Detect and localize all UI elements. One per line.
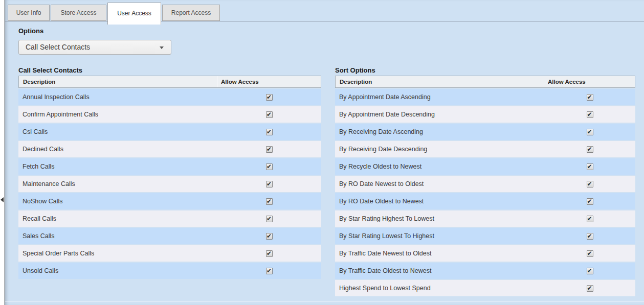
row-description: By Star Rating Highest To Lowest bbox=[335, 215, 544, 222]
table-row: Declined Calls bbox=[18, 141, 321, 157]
right-table-title: Sort Options bbox=[335, 66, 375, 74]
allow-access-checkbox[interactable] bbox=[587, 163, 593, 170]
table-row: By Recycle Oldest to Newest bbox=[335, 158, 635, 175]
column-header-description: Description bbox=[19, 79, 217, 85]
row-description: By Star Rating Lowest To Highest bbox=[335, 232, 544, 240]
allow-access-checkbox[interactable] bbox=[587, 268, 593, 274]
row-description: Highest Spend to Lowest Spend bbox=[335, 285, 544, 292]
options-dropdown[interactable]: Call Select Contacts bbox=[18, 40, 171, 55]
row-description: Special Order Parts Calls bbox=[18, 250, 217, 257]
table-row: Recall Calls bbox=[18, 210, 321, 227]
allow-access-checkbox[interactable] bbox=[266, 146, 273, 153]
row-description: By Traffic Date Newest to Oldest bbox=[335, 250, 544, 257]
tab-report-access[interactable]: Report Access bbox=[162, 5, 220, 21]
row-description: Csi Calls bbox=[18, 128, 217, 135]
tab-strip-divider bbox=[5, 21, 644, 21]
allow-access-checkbox[interactable] bbox=[266, 111, 273, 118]
allow-access-checkbox[interactable] bbox=[587, 285, 593, 292]
row-description: Fetch Calls bbox=[18, 163, 217, 170]
table-header: Description Allow Access bbox=[18, 76, 321, 88]
panel-bottom-edge bbox=[5, 301, 644, 301]
allow-access-checkbox[interactable] bbox=[587, 129, 593, 135]
allow-access-checkbox[interactable] bbox=[587, 111, 593, 118]
options-dropdown-value: Call Select Contacts bbox=[26, 43, 90, 51]
row-description: By Receiving Date Ascending bbox=[335, 128, 544, 135]
tab-user-access[interactable]: User Access bbox=[107, 3, 161, 25]
allow-access-checkbox[interactable] bbox=[266, 216, 273, 222]
table-row: Special Order Parts Calls bbox=[18, 245, 321, 262]
allow-access-checkbox[interactable] bbox=[266, 233, 273, 240]
allow-access-checkbox[interactable] bbox=[587, 198, 593, 205]
allow-access-checkbox[interactable] bbox=[266, 250, 273, 257]
table-row: By Star Rating Highest To Lowest bbox=[335, 210, 635, 227]
row-description: By Traffic Date Oldest to Newest bbox=[335, 267, 544, 274]
sort-options-table: Description Allow Access By Appointment … bbox=[335, 76, 635, 297]
table-row: By Receiving Date Descending bbox=[335, 141, 635, 157]
allow-access-checkbox[interactable] bbox=[266, 198, 273, 205]
table-row: Sales Calls bbox=[18, 228, 321, 244]
table-row: Csi Calls bbox=[18, 124, 321, 140]
table-row: By Appointment Date Ascending bbox=[335, 89, 635, 105]
allow-access-checkbox[interactable] bbox=[587, 146, 593, 153]
allow-access-checkbox[interactable] bbox=[587, 216, 593, 222]
table-row: NoShow Calls bbox=[18, 193, 321, 209]
tab-store-access[interactable]: Store Access bbox=[51, 5, 106, 21]
row-description: Declined Calls bbox=[18, 146, 217, 153]
tab-user-info[interactable]: User Info bbox=[8, 5, 50, 21]
row-description: By RO Date Oldest to Newest bbox=[335, 198, 544, 205]
row-description: Confirm Appointment Calls bbox=[18, 111, 217, 118]
options-label: Options bbox=[18, 27, 43, 35]
row-description: By Recycle Oldest to Newest bbox=[335, 163, 544, 170]
table-header: Description Allow Access bbox=[335, 76, 635, 88]
table-row: By Star Rating Lowest To Highest bbox=[335, 228, 635, 244]
allow-access-checkbox[interactable] bbox=[266, 181, 273, 187]
table-row: Confirm Appointment Calls bbox=[18, 106, 321, 123]
row-description: Annual Inspection Calls bbox=[18, 93, 217, 101]
table-row: By RO Date Oldest to Newest bbox=[335, 193, 635, 209]
column-header-allow-access: Allow Access bbox=[217, 76, 321, 87]
call-select-contacts-table: Description Allow Access Annual Inspecti… bbox=[18, 76, 321, 280]
allow-access-checkbox[interactable] bbox=[587, 250, 593, 257]
table-row: Unsold Calls bbox=[18, 263, 321, 279]
table-row: Highest Spend to Lowest Spend bbox=[335, 280, 635, 296]
row-description: By Appointment Date Descending bbox=[335, 111, 544, 118]
table-row: Maintenance Calls bbox=[18, 176, 321, 192]
left-table-title: Call Select Contacts bbox=[18, 66, 82, 74]
table-row: By Traffic Date Newest to Oldest bbox=[335, 245, 635, 262]
user-access-panel: User Info Store Access User Access Repor… bbox=[5, 0, 644, 305]
allow-access-checkbox[interactable] bbox=[587, 233, 593, 240]
table-row: By Traffic Date Oldest to Newest bbox=[335, 263, 635, 279]
row-description: Recall Calls bbox=[18, 215, 217, 222]
row-description: NoShow Calls bbox=[18, 198, 217, 205]
column-header-allow-access: Allow Access bbox=[544, 76, 635, 87]
table-row: Annual Inspection Calls bbox=[18, 89, 321, 105]
column-header-description: Description bbox=[336, 79, 544, 85]
row-description: By Receiving Date Descending bbox=[335, 146, 544, 153]
row-description: Sales Calls bbox=[18, 232, 217, 240]
allow-access-checkbox[interactable] bbox=[266, 94, 273, 101]
table-row: Fetch Calls bbox=[18, 158, 321, 175]
allow-access-checkbox[interactable] bbox=[266, 163, 273, 170]
table-row: By Receiving Date Ascending bbox=[335, 124, 635, 140]
allow-access-checkbox[interactable] bbox=[266, 268, 273, 274]
allow-access-checkbox[interactable] bbox=[587, 94, 593, 101]
splitter-strip[interactable] bbox=[0, 0, 5, 305]
row-description: By RO Date Newest to Oldest bbox=[335, 180, 544, 187]
table-row: By Appointment Date Descending bbox=[335, 106, 635, 123]
allow-access-checkbox[interactable] bbox=[266, 129, 273, 135]
row-description: Maintenance Calls bbox=[18, 180, 217, 187]
dropdown-caret-icon bbox=[160, 46, 164, 49]
row-description: By Appointment Date Ascending bbox=[335, 93, 544, 101]
row-description: Unsold Calls bbox=[18, 267, 217, 274]
table-row: By RO Date Newest to Oldest bbox=[335, 176, 635, 192]
allow-access-checkbox[interactable] bbox=[587, 181, 593, 187]
collapse-panel-arrow-icon[interactable] bbox=[1, 197, 4, 202]
